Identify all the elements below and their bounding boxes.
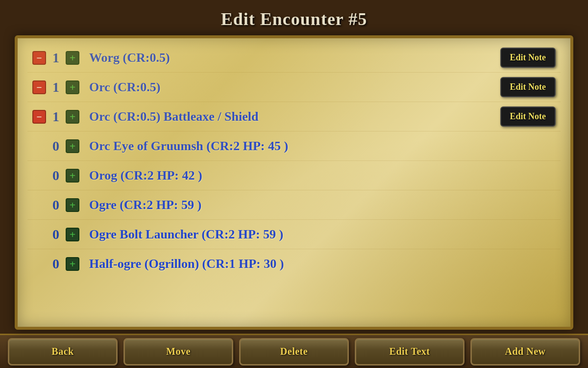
bottom-toolbar: Back Move Delete Edit Text Add New	[0, 334, 588, 368]
main-content: −1+Worg (CR:0.5)Edit Note−1+Orc (CR:0.5)…	[15, 35, 573, 330]
creature-count: 1	[46, 79, 66, 95]
creature-count: 0	[46, 197, 66, 213]
edit-note-button[interactable]: Edit Note	[500, 77, 556, 97]
plus-button[interactable]: +	[66, 139, 79, 153]
plus-button[interactable]: +	[66, 110, 79, 124]
minus-button[interactable]: −	[32, 80, 46, 94]
move-button[interactable]: Move	[123, 338, 233, 366]
creature-name: Orc (CR:0.5) Battleaxe / Shield	[79, 109, 500, 124]
plus-button[interactable]: +	[66, 257, 79, 271]
plus-button[interactable]: +	[66, 228, 79, 241]
creature-name: Orc Eye of Gruumsh (CR:2 HP: 45 )	[79, 139, 556, 154]
table-row: 0+Ogre (CR:2 HP: 59 )	[27, 190, 561, 220]
creature-name: Ogre Bolt Launcher (CR:2 HP: 59 )	[79, 227, 556, 242]
edit-text-button[interactable]: Edit Text	[355, 338, 465, 366]
plus-button[interactable]: +	[66, 51, 79, 65]
creature-count: 0	[46, 227, 66, 242]
creature-count: 1	[46, 109, 66, 125]
plus-button[interactable]: +	[66, 80, 79, 94]
minus-button[interactable]: −	[32, 110, 46, 124]
page-title: Edit Encounter #5	[221, 0, 367, 35]
back-button[interactable]: Back	[8, 338, 118, 366]
creature-name: Ogre (CR:2 HP: 59 )	[79, 198, 556, 212]
table-row: 0+Ogre Bolt Launcher (CR:2 HP: 59 )	[27, 220, 561, 249]
plus-button[interactable]: +	[66, 169, 79, 183]
creature-count: 0	[46, 256, 66, 272]
creature-count: 1	[46, 50, 66, 66]
creature-count: 0	[46, 168, 66, 184]
delete-button[interactable]: Delete	[239, 338, 349, 366]
creature-count: 0	[46, 138, 66, 154]
creature-name: Orog (CR:2 HP: 42 )	[79, 168, 556, 183]
creature-name: Orc (CR:0.5)	[79, 80, 500, 95]
table-row: 0+Orog (CR:2 HP: 42 )	[27, 161, 561, 190]
creature-name: Worg (CR:0.5)	[79, 51, 500, 65]
add-new-button[interactable]: Add New	[470, 338, 580, 366]
table-row: 0+Orc Eye of Gruumsh (CR:2 HP: 45 )	[27, 131, 561, 161]
table-row: −1+Orc (CR:0.5) Battleaxe / ShieldEdit N…	[27, 102, 561, 131]
plus-button[interactable]: +	[66, 198, 79, 212]
table-row: −1+Worg (CR:0.5)Edit Note	[27, 43, 561, 73]
creature-name: Half-ogre (Ogrillon) (CR:1 HP: 30 )	[79, 257, 556, 271]
minus-button[interactable]: −	[32, 51, 46, 65]
edit-note-button[interactable]: Edit Note	[500, 48, 556, 68]
table-row: −1+Orc (CR:0.5)Edit Note	[27, 73, 561, 102]
table-row: 0+Half-ogre (Ogrillon) (CR:1 HP: 30 )	[27, 249, 561, 279]
edit-note-button[interactable]: Edit Note	[500, 106, 556, 127]
